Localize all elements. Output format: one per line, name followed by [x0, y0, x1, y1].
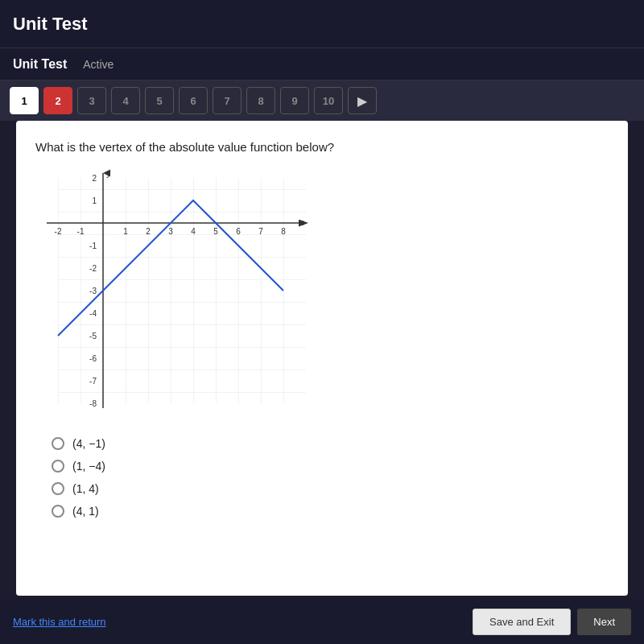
nav-tab-5[interactable]: 5	[145, 87, 174, 114]
answer-choice-3[interactable]: (1, 4)	[52, 482, 609, 495]
nav-tab-7[interactable]: 7	[213, 87, 242, 114]
x-label-5: 5	[213, 227, 218, 236]
answer-choices: (4, −1) (1, −4) (1, 4) (4, 1)	[35, 437, 609, 518]
radio-3[interactable]	[52, 482, 64, 495]
x-label-7: 7	[258, 227, 263, 236]
answer-choice-4[interactable]: (4, 1)	[52, 505, 609, 518]
graph-container: -2 -1 1 2 3 4 5 6 7 8 x 2 1 -1 -2 -3 -4 …	[35, 167, 609, 424]
question-nav: 1 2 3 4 5 6 7 8 9 10 ▶	[0, 80, 644, 121]
x-label-2: 2	[146, 227, 151, 236]
footer: Mark this and return Save and Exit Next	[0, 599, 644, 644]
y-label-neg7: -7	[89, 377, 97, 386]
nav-tab-10[interactable]: 10	[314, 87, 343, 114]
answer-choice-1[interactable]: (4, −1)	[52, 437, 609, 450]
answer-label-3: (1, 4)	[72, 482, 99, 495]
y-label-neg3: -3	[89, 287, 97, 295]
next-button[interactable]: Next	[577, 609, 631, 635]
y-label-neg5: -5	[89, 332, 97, 341]
answer-choice-2[interactable]: (1, −4)	[52, 460, 609, 473]
x-label-8: 8	[281, 227, 286, 236]
y-label-neg6: -6	[89, 354, 97, 363]
nav-tab-9[interactable]: 9	[280, 87, 309, 114]
nav-tab-3[interactable]: 3	[77, 87, 106, 114]
x-axis-label: x	[299, 217, 304, 227]
radio-4[interactable]	[52, 505, 64, 518]
x-label-6: 6	[236, 227, 241, 236]
y-axis-label: y	[106, 168, 111, 178]
save-exit-button[interactable]: Save and Exit	[473, 609, 571, 635]
y-label-neg8: -8	[89, 399, 97, 408]
nav-tab-2[interactable]: 2	[43, 87, 72, 114]
radio-2[interactable]	[52, 460, 64, 473]
footer-buttons: Save and Exit Next	[473, 609, 631, 635]
question-text: What is the vertex of the absolute value…	[35, 140, 609, 154]
x-label-3: 3	[168, 227, 173, 236]
mark-return-link[interactable]: Mark this and return	[13, 616, 106, 628]
nav-tab-4[interactable]: 4	[111, 87, 140, 114]
graph-svg: -2 -1 1 2 3 4 5 6 7 8 x 2 1 -1 -2 -3 -4 …	[35, 167, 309, 424]
page-title: Unit Test	[13, 14, 87, 35]
nav-tab-1[interactable]: 1	[10, 87, 39, 114]
status-badge: Active	[83, 58, 114, 71]
nav-play-button[interactable]: ▶	[348, 87, 377, 114]
answer-label-1: (4, −1)	[72, 437, 105, 450]
x-label-neg1: -1	[77, 227, 85, 236]
sub-header: Unit Test Active	[0, 48, 644, 80]
radio-1[interactable]	[52, 437, 64, 450]
x-label-neg2: -2	[55, 227, 62, 236]
x-label-1: 1	[123, 227, 128, 236]
y-label-2: 2	[92, 174, 97, 183]
nav-tab-8[interactable]: 8	[246, 87, 275, 114]
answer-label-2: (1, −4)	[72, 460, 105, 473]
y-label-1: 1	[92, 196, 97, 205]
sub-title: Unit Test	[13, 57, 67, 72]
y-label-neg1: -1	[89, 242, 97, 250]
x-label-4: 4	[191, 227, 196, 236]
answer-label-4: (4, 1)	[72, 505, 99, 518]
nav-tab-6[interactable]: 6	[179, 87, 208, 114]
y-label-neg4: -4	[89, 309, 97, 318]
header: Unit Test	[0, 0, 644, 48]
y-label-neg2: -2	[89, 264, 97, 273]
content-area: What is the vertex of the absolute value…	[16, 121, 628, 596]
